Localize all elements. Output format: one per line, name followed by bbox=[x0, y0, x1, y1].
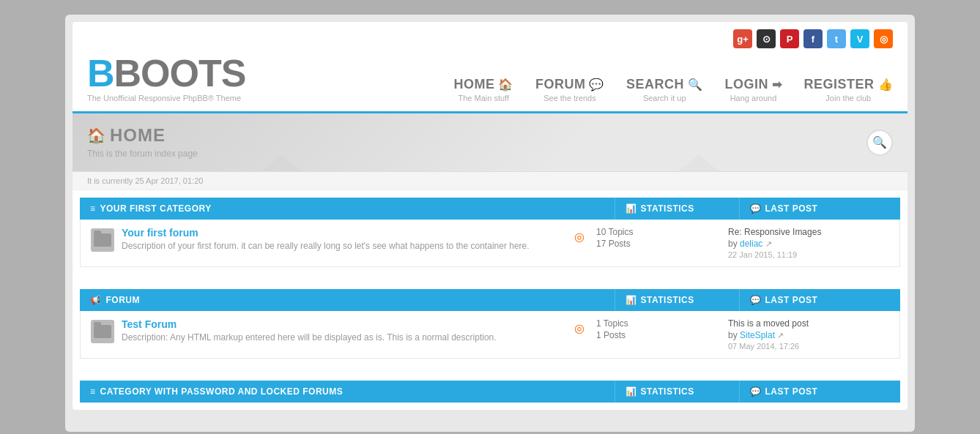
social-icons-bar: g+ ⊙ P f t V ◎ bbox=[733, 29, 893, 48]
search-nav-sub: Search it up bbox=[626, 94, 703, 102]
register-icon: 👍 bbox=[878, 78, 894, 91]
lastpost-by-2: by SiteSplat ↗ bbox=[728, 330, 889, 340]
forum-nav-label: FORUM bbox=[535, 77, 586, 92]
forum-name-1[interactable]: Your first forum bbox=[122, 227, 198, 239]
forum-description-2: Description: Any HTML markup entered her… bbox=[122, 332, 567, 343]
login-nav-label: LOGIN bbox=[724, 77, 768, 92]
goto-icon-2: ↗ bbox=[777, 331, 784, 340]
stats-icon-3: 📊 bbox=[626, 386, 637, 397]
logo-rest: BOOTS bbox=[114, 52, 246, 94]
lastpost-user-1[interactable]: deliac bbox=[740, 239, 762, 249]
forum-folder-icon-1 bbox=[91, 228, 114, 252]
forum-topics-2: 1 Topics bbox=[596, 318, 721, 329]
category-password-locked: ≡ CATEGORY WITH PASSWORD AND LOCKED FORU… bbox=[80, 381, 900, 403]
nav-item-forum[interactable]: FORUM 💬 See the trends bbox=[535, 77, 604, 102]
nav-item-home[interactable]: HOME 🏠 The Main stuff bbox=[453, 77, 513, 102]
lastpost-icon-3: 💬 bbox=[750, 386, 762, 397]
social-icon-github[interactable]: ⊙ bbox=[757, 29, 776, 48]
category-title-2: 📢 FORUM bbox=[80, 289, 615, 311]
category-header-2: 📢 FORUM 📊 STATISTICS 💬 LAST POST bbox=[80, 289, 900, 311]
page-title-area: 🏠 HOME This is the forum index page 🔍 bbox=[73, 113, 907, 172]
forum-topics-1: 10 Topics bbox=[596, 227, 721, 237]
login-icon: ➡ bbox=[772, 78, 782, 91]
login-nav-sub: Hang around bbox=[724, 94, 782, 102]
register-nav-sub: Join the club bbox=[803, 94, 893, 102]
site-header: g+ ⊙ P f t V ◎ BBOOTS The Unofficial Res… bbox=[73, 22, 907, 113]
forum-description-1: Description of your first forum. it can … bbox=[122, 241, 567, 251]
lastpost-title-1: Re: Responsive Images bbox=[728, 227, 889, 237]
site-logo: BBOOTS bbox=[87, 54, 245, 92]
forum-info-1: Your first forum Description of your fir… bbox=[122, 227, 567, 251]
page-subtitle: This is the forum index page bbox=[87, 149, 893, 159]
register-nav-label: REGISTER bbox=[803, 77, 874, 92]
forum-lastpost-1: Re: Responsive Images by deliac ↗ 22 Jan… bbox=[728, 227, 889, 259]
lastpost-date-1: 22 Jan 2015, 11:19 bbox=[728, 250, 889, 259]
social-icon-googleplus[interactable]: g+ bbox=[733, 29, 752, 48]
home-breadcrumb-icon: 🏠 bbox=[87, 127, 105, 144]
forum-icon: 💬 bbox=[589, 78, 604, 91]
main-navigation: HOME 🏠 The Main stuff FORUM 💬 See the tr… bbox=[453, 77, 893, 102]
category-title-3: ≡ CATEGORY WITH PASSWORD AND LOCKED FORU… bbox=[80, 381, 615, 403]
forum-posts-1: 17 Posts bbox=[596, 239, 721, 249]
social-icon-facebook[interactable]: f bbox=[803, 29, 823, 48]
breadcrumb: 🏠 HOME bbox=[87, 125, 893, 146]
forum-stats-2: 1 Topics 1 Posts bbox=[596, 318, 721, 342]
social-icon-vimeo[interactable]: V bbox=[850, 29, 869, 48]
category-lastpost-label-3: 💬 LAST POST bbox=[739, 381, 900, 403]
logo-area[interactable]: BBOOTS The Unofficial Responsive PhpBB® … bbox=[87, 54, 245, 102]
category-lastpost-label-1: 💬 LAST POST bbox=[739, 198, 900, 220]
stats-icon-1: 📊 bbox=[626, 203, 637, 214]
search-icon: 🔍 bbox=[872, 135, 887, 149]
forum-folder-icon-2 bbox=[91, 320, 114, 343]
category-stats-label-1: 📊 STATISTICS bbox=[615, 198, 739, 220]
category-stats-label-3: 📊 STATISTICS bbox=[615, 381, 739, 403]
stats-icon-2: 📊 bbox=[626, 295, 637, 305]
forum-nav-sub: See the trends bbox=[535, 94, 604, 102]
forum-info-2: Test Forum Description: Any HTML markup … bbox=[122, 318, 567, 343]
lastpost-title-2: This is a moved post bbox=[728, 318, 889, 329]
forum-posts-2: 1 Posts bbox=[596, 330, 721, 340]
forum-row-2: Test Forum Description: Any HTML markup … bbox=[80, 311, 900, 359]
category-forum: 📢 FORUM 📊 STATISTICS 💬 LAST POST Test Fo bbox=[80, 289, 900, 359]
category-icon-1: ≡ bbox=[90, 203, 96, 214]
goto-icon-1: ↗ bbox=[765, 239, 772, 248]
forum-name-2[interactable]: Test Forum bbox=[122, 318, 177, 330]
category-header-1: ≡ YOUR FIRST CATEGORY 📊 STATISTICS 💬 LAS… bbox=[80, 198, 900, 220]
social-icon-twitter[interactable]: t bbox=[827, 29, 846, 48]
category-header-3: ≡ CATEGORY WITH PASSWORD AND LOCKED FORU… bbox=[80, 381, 900, 403]
category-your-first-category: ≡ YOUR FIRST CATEGORY 📊 STATISTICS 💬 LAS… bbox=[80, 198, 900, 267]
forum-row-1: Your first forum Description of your fir… bbox=[80, 220, 900, 267]
header-main: BBOOTS The Unofficial Responsive PhpBB® … bbox=[87, 54, 893, 111]
social-icon-rss[interactable]: ◎ bbox=[874, 29, 893, 48]
lastpost-user-2[interactable]: SiteSplat bbox=[740, 330, 775, 340]
status-bar: It is currently 25 Apr 2017, 01:20 bbox=[73, 172, 907, 190]
lastpost-date-2: 07 May 2014, 17:26 bbox=[728, 342, 889, 351]
logo-b: B bbox=[87, 52, 114, 94]
site-tagline: The Unofficial Responsive PhpBB® Theme bbox=[87, 94, 245, 102]
category-icon-3: ≡ bbox=[90, 386, 96, 397]
header-top: g+ ⊙ P f t V ◎ bbox=[87, 29, 893, 48]
home-nav-sub: The Main stuff bbox=[453, 94, 513, 102]
search-button[interactable]: 🔍 bbox=[866, 130, 893, 156]
page-title: HOME bbox=[110, 125, 166, 146]
forum-lastpost-2: This is a moved post by SiteSplat ↗ 07 M… bbox=[728, 318, 889, 351]
home-nav-label: HOME bbox=[453, 77, 494, 92]
search-nav-icon: 🔍 bbox=[688, 78, 703, 91]
category-title-1: ≡ YOUR FIRST CATEGORY bbox=[80, 198, 615, 220]
lastpost-icon-1: 💬 bbox=[750, 203, 762, 214]
category-icon-2: 📢 bbox=[90, 295, 102, 305]
forum-rss-icon-1[interactable]: ◎ bbox=[574, 227, 584, 244]
forum-rss-icon-2[interactable]: ◎ bbox=[574, 318, 584, 335]
category-stats-label-2: 📊 STATISTICS bbox=[615, 289, 739, 311]
nav-item-search[interactable]: SEARCH 🔍 Search it up bbox=[626, 77, 703, 102]
social-icon-pinterest[interactable]: P bbox=[780, 29, 799, 48]
nav-item-register[interactable]: REGISTER 👍 Join the club bbox=[803, 77, 893, 102]
category-lastpost-label-2: 💬 LAST POST bbox=[739, 289, 900, 311]
search-nav-label: SEARCH bbox=[626, 77, 684, 92]
lastpost-icon-2: 💬 bbox=[750, 295, 762, 305]
nav-item-login[interactable]: LOGIN ➡ Hang around bbox=[724, 77, 782, 102]
lastpost-by-1: by deliac ↗ bbox=[728, 239, 889, 249]
forum-stats-1: 10 Topics 17 Posts bbox=[596, 227, 721, 250]
home-icon: 🏠 bbox=[498, 78, 513, 91]
